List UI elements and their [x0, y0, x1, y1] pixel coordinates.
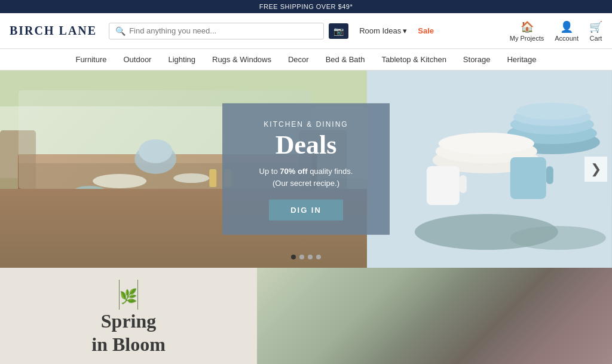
hero-cta-button[interactable]: DIG IN [269, 200, 343, 221]
svg-point-29 [510, 226, 606, 250]
svg-rect-46 [317, 322, 484, 363]
banner-text: FREE SHIPPING OVER $49* [259, 3, 353, 10]
svg-rect-26 [510, 157, 546, 199]
hero-slider: KITCHEN & DINING Deals Up to 70% off qua… [0, 71, 612, 268]
svg-text:2518: 2518 [556, 285, 580, 297]
slider-dot-3[interactable] [308, 255, 313, 259]
top-banner: FREE SHIPPING OVER $49* [0, 0, 612, 13]
svg-rect-4 [36, 223, 48, 265]
svg-rect-49 [335, 337, 454, 354]
svg-point-7 [75, 186, 105, 194]
slider-next-arrow[interactable]: ❯ [585, 157, 607, 182]
hero-desc-tagline: (Our secret recipe.) [273, 179, 339, 188]
header: BIRCH LANE 🔍 📷 Room Ideas ▾ Sale 🏠 My Pr… [0, 13, 612, 49]
slider-dot-4[interactable] [316, 255, 321, 259]
svg-rect-11 [209, 169, 216, 187]
cat-rugs-windows[interactable]: Rugs & Windows [212, 55, 271, 64]
spring-text-panel: 🌿 Spring in Bloom For a home as warm and… [0, 268, 257, 364]
svg-rect-42 [544, 280, 592, 301]
my-projects-button[interactable]: 🏠 My Projects [510, 20, 544, 42]
account-icon: 👤 [560, 20, 573, 33]
cat-lighting[interactable]: Lighting [168, 55, 195, 64]
hero-desc-suffix: quality finds. [308, 167, 353, 176]
svg-rect-44 [317, 345, 484, 351]
svg-point-6 [93, 174, 146, 188]
spring-section: 🌿 Spring in Bloom For a home as warm and… [0, 268, 612, 364]
spring-heading: Spring in Bloom [24, 310, 233, 356]
projects-icon: 🏠 [521, 20, 534, 33]
svg-rect-47 [323, 351, 330, 364]
cat-tabletop-kitchen[interactable]: Tabletop & Kitchen [381, 55, 446, 64]
dishes-svg [367, 71, 612, 268]
header-right: 🏠 My Projects 👤 Account 🛒 Cart [510, 20, 602, 42]
svg-rect-25 [460, 175, 467, 193]
svg-point-55 [400, 268, 472, 298]
svg-point-23 [439, 133, 534, 154]
hero-right-image [367, 71, 612, 268]
plant-icon: 🌿 [24, 288, 233, 305]
spring-body: For a home as warm and welcoming as the … [24, 362, 233, 364]
svg-rect-35 [257, 316, 612, 328]
cat-outdoor[interactable]: Outdoor [123, 55, 151, 64]
svg-point-10 [139, 139, 172, 163]
chevron-down-icon: ▾ [403, 26, 407, 35]
search-bar[interactable]: 🔍 [109, 23, 324, 39]
spring-image: 2518 [257, 268, 612, 364]
svg-rect-45 [317, 334, 484, 339]
slider-dot-1[interactable] [291, 255, 296, 259]
search-input[interactable] [129, 26, 317, 35]
svg-rect-30 [257, 268, 612, 364]
hero-title: Deals [240, 131, 372, 160]
cart-button[interactable]: 🛒 Cart [589, 20, 602, 42]
sale-link[interactable]: Sale [418, 26, 434, 35]
svg-point-52 [290, 345, 314, 363]
svg-rect-37 [257, 339, 612, 351]
svg-rect-38 [257, 351, 612, 363]
svg-rect-36 [257, 328, 612, 339]
hero-subtitle: KITCHEN & DINING [240, 120, 372, 129]
search-icon: 🔍 [115, 26, 126, 36]
cat-bed-bath[interactable]: Bed & Bath [326, 55, 365, 64]
slider-dot-2[interactable] [299, 255, 304, 259]
svg-rect-54 [493, 350, 502, 364]
svg-rect-50 [287, 357, 317, 364]
cat-storage[interactable]: Storage [463, 55, 491, 64]
site-logo[interactable]: BIRCH LANE [10, 24, 97, 38]
svg-rect-24 [427, 166, 460, 205]
room-ideas-link[interactable]: Room Ideas ▾ [359, 26, 407, 35]
account-button[interactable]: 👤 Account [555, 20, 579, 42]
hero-description: Up to 70% off quality finds. (Our secret… [240, 166, 372, 189]
svg-point-51 [286, 353, 318, 362]
svg-rect-33 [257, 292, 612, 304]
svg-point-8 [173, 173, 209, 183]
hero-desc-highlight: 70% off [280, 167, 307, 176]
hero-desc-prefix: Up to [259, 167, 280, 176]
svg-rect-53 [490, 345, 505, 364]
svg-rect-27 [546, 166, 553, 184]
svg-rect-13 [0, 130, 36, 214]
svg-rect-34 [257, 304, 612, 316]
svg-point-20 [516, 103, 588, 120]
slider-dots [291, 255, 321, 259]
cat-decor[interactable]: Decor [288, 55, 309, 64]
spring-outdoor-svg: 2518 [257, 268, 612, 364]
svg-rect-48 [472, 351, 479, 364]
hero-overlay-card: KITCHEN & DINING Deals Up to 70% off qua… [222, 103, 390, 235]
camera-search-button[interactable]: 📷 [329, 23, 348, 39]
cat-furniture[interactable]: Furniture [75, 55, 106, 64]
header-nav: Room Ideas ▾ Sale [359, 26, 434, 35]
svg-point-9 [134, 144, 176, 174]
svg-rect-31 [257, 268, 612, 280]
category-nav: Furniture Outdoor Lighting Rugs & Window… [0, 49, 612, 71]
cart-icon: 🛒 [589, 20, 602, 33]
svg-rect-32 [257, 280, 612, 292]
svg-point-56 [466, 268, 526, 292]
cat-heritage[interactable]: Heritage [507, 55, 536, 64]
